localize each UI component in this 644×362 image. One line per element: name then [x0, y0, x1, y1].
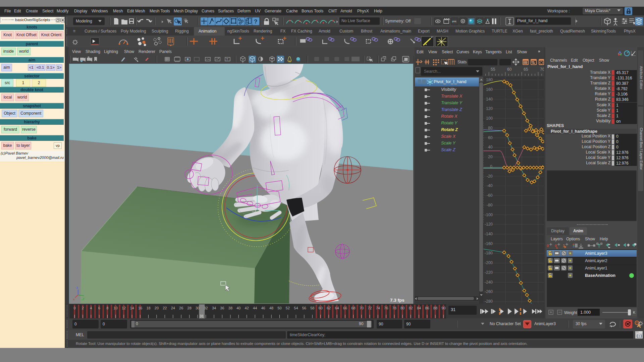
svg-text:-80: -80 — [487, 203, 493, 207]
svg-text:1.000: 1.000 — [580, 310, 591, 315]
svg-text:-160: -160 — [485, 241, 493, 246]
svg-text:64: 64 — [335, 306, 339, 310]
svg-text:44: 44 — [253, 306, 257, 310]
svg-text:70: 70 — [360, 306, 364, 310]
svg-text:80: 80 — [488, 126, 493, 130]
svg-text:180: 180 — [486, 77, 493, 82]
svg-text:16: 16 — [138, 306, 142, 310]
svg-text:T: T — [226, 57, 228, 61]
svg-text:46: 46 — [261, 306, 265, 310]
svg-text:88: 88 — [433, 306, 437, 310]
svg-text:66: 66 — [343, 306, 347, 310]
svg-text:0: 0 — [73, 306, 75, 310]
svg-text:-20: -20 — [487, 174, 493, 179]
svg-text:120: 120 — [486, 106, 493, 111]
svg-text:40: 40 — [488, 145, 493, 149]
svg-text:?: ? — [254, 18, 257, 25]
svg-text:Stats: Stats — [458, 60, 467, 64]
svg-text:42: 42 — [245, 306, 249, 310]
svg-text:82: 82 — [409, 306, 413, 310]
svg-text:140: 140 — [486, 97, 493, 102]
svg-text:26: 26 — [179, 306, 183, 310]
svg-text:22: 22 — [163, 306, 167, 310]
svg-text:6: 6 — [98, 306, 100, 310]
svg-text:54: 54 — [294, 306, 298, 310]
svg-text:-60: -60 — [487, 193, 493, 198]
svg-text:-260: -260 — [485, 289, 493, 294]
svg-text:90: 90 — [441, 306, 445, 310]
svg-text:52: 52 — [286, 306, 290, 310]
svg-text:-100: -100 — [485, 213, 493, 217]
svg-text:65: 65 — [524, 67, 528, 72]
svg-text:14: 14 — [130, 306, 134, 310]
svg-text:z: z — [76, 286, 78, 289]
svg-text:56: 56 — [302, 306, 306, 310]
svg-text:38: 38 — [228, 306, 232, 310]
svg-text:-280: -280 — [485, 299, 493, 304]
svg-text:0: 0 — [547, 244, 549, 248]
svg-text:-180: -180 — [485, 251, 493, 255]
svg-text:80: 80 — [400, 306, 405, 310]
svg-text:18: 18 — [146, 306, 150, 310]
svg-text:8: 8 — [106, 306, 108, 310]
svg-text:31: 31 — [200, 314, 204, 318]
svg-text:32: 32 — [204, 306, 208, 310]
svg-text:30: 30 — [196, 306, 200, 310]
svg-text:Search...: Search... — [424, 69, 441, 74]
svg-text:55: 55 — [491, 67, 495, 72]
svg-text:34: 34 — [212, 306, 216, 310]
svg-text:50: 50 — [277, 306, 281, 310]
svg-text:60: 60 — [507, 67, 512, 72]
svg-text:76: 76 — [384, 306, 388, 310]
svg-text:10: 10 — [114, 306, 118, 310]
svg-text:IPR: IPR — [452, 20, 457, 23]
svg-text:7.3 fps: 7.3 fps — [390, 298, 405, 303]
svg-text:-240: -240 — [485, 280, 493, 285]
svg-text:4: 4 — [90, 306, 92, 310]
svg-text:62: 62 — [327, 306, 331, 310]
svg-text:-120: -120 — [485, 222, 493, 227]
svg-text:20: 20 — [155, 306, 159, 310]
svg-text:160: 160 — [486, 87, 493, 92]
svg-text:28: 28 — [187, 306, 192, 310]
svg-text:58: 58 — [310, 306, 314, 310]
svg-text:74: 74 — [376, 306, 380, 310]
svg-text:Weight: Weight — [564, 310, 577, 315]
svg-text:-40: -40 — [487, 183, 493, 188]
svg-text:40: 40 — [236, 306, 240, 310]
svg-text:2: 2 — [82, 306, 84, 310]
svg-text:60: 60 — [488, 135, 493, 140]
svg-text:-220: -220 — [485, 270, 493, 275]
svg-text:78: 78 — [392, 306, 396, 310]
svg-text:68: 68 — [351, 306, 355, 310]
svg-text:12: 12 — [122, 306, 126, 310]
svg-text:72: 72 — [368, 306, 372, 310]
svg-text:24: 24 — [171, 306, 175, 310]
svg-text:20: 20 — [488, 155, 493, 159]
svg-text:36: 36 — [220, 306, 224, 310]
svg-text:-200: -200 — [485, 260, 493, 265]
svg-text:-140: -140 — [485, 232, 493, 236]
svg-text:100: 100 — [486, 116, 493, 121]
svg-text:K: K — [633, 310, 636, 314]
svg-text:_y: _y — [81, 297, 85, 300]
svg-text:86: 86 — [425, 306, 429, 310]
svg-text:60: 60 — [319, 306, 323, 310]
svg-text:48: 48 — [269, 306, 273, 310]
svg-text:70: 70 — [540, 67, 544, 72]
svg-text:x: x — [73, 298, 75, 301]
svg-text:84: 84 — [417, 306, 421, 310]
svg-text:{;}: {;} — [636, 335, 642, 338]
